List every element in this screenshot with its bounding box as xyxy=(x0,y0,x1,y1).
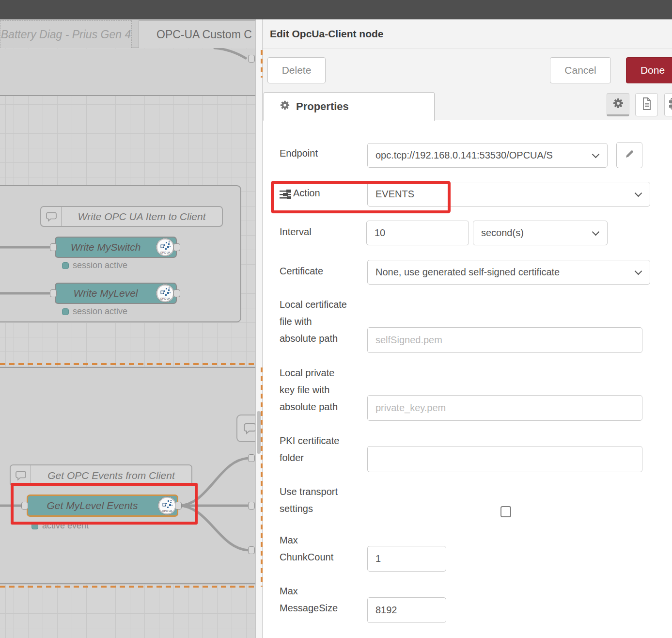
private-key-label-line3: absolute path xyxy=(280,401,338,413)
link-port[interactable] xyxy=(248,454,255,462)
chevron-down-icon xyxy=(635,268,642,275)
interval-input[interactable] xyxy=(366,221,469,245)
workspace-tab-opcua-custom[interactable]: OPC-UA Custom C xyxy=(139,20,255,48)
private-key-input[interactable] xyxy=(367,395,642,421)
gear-icon xyxy=(612,97,624,111)
endpoint-label: Endpoint xyxy=(280,148,318,159)
document-icon xyxy=(641,97,652,112)
transport-label-line1: Use transport xyxy=(280,486,338,497)
local-cert-input[interactable] xyxy=(367,327,642,353)
output-port[interactable] xyxy=(173,243,180,251)
node-status: session active xyxy=(62,306,127,317)
app-header-bar xyxy=(0,0,672,19)
status-dot-icon xyxy=(62,308,69,315)
max-chunk-label-line2: ChunkCount xyxy=(280,552,333,563)
comment-node-write-opc[interactable]: Write OPC UA Item to Client xyxy=(40,206,223,227)
edit-properties-icon-button[interactable] xyxy=(607,93,629,116)
gear-icon xyxy=(280,100,290,113)
node-status: session active xyxy=(62,260,127,271)
node-appearance-icon xyxy=(669,97,672,112)
interval-unit-select[interactable]: second(s) xyxy=(473,221,608,245)
endpoint-select[interactable]: opc.tcp://192.168.0.141:53530/OPCUA/S xyxy=(367,143,608,168)
link-port[interactable] xyxy=(248,546,255,554)
input-port[interactable] xyxy=(50,243,57,251)
speech-bubble-icon xyxy=(237,415,255,441)
speech-bubble-icon xyxy=(41,207,62,226)
interval-label: Interval xyxy=(280,226,312,238)
workspace-tab-bar: Battery Diag - Prius Gen 4 OPC-UA Custom… xyxy=(0,19,255,48)
private-key-label-line2: key file with xyxy=(280,384,329,396)
done-button[interactable]: Done xyxy=(626,57,672,83)
certificate-select[interactable]: None, use generated self-signed certific… xyxy=(367,260,650,285)
link-port[interactable] xyxy=(248,55,255,63)
workspace-tab-battery-diag[interactable]: Battery Diag - Prius Gen 4 xyxy=(0,20,132,48)
input-port[interactable] xyxy=(50,289,57,297)
node-red-app: Write OPC UA Item to Client Write MySwit… xyxy=(0,0,672,638)
opcua-badge-icon: OPC UA xyxy=(156,238,174,256)
pki-label-line1: PKI certificate xyxy=(280,435,339,447)
output-port[interactable] xyxy=(173,289,180,297)
local-cert-label-line3: absolute path xyxy=(280,333,338,344)
edit-description-icon-button[interactable] xyxy=(635,93,658,116)
canvas-scroll-strip xyxy=(255,19,262,638)
comment-label: Write OPC UA Item to Client xyxy=(62,207,222,226)
pki-label-line2: folder xyxy=(280,452,304,463)
node-label: Write MyLevel xyxy=(73,287,158,299)
cancel-button[interactable]: Cancel xyxy=(550,57,611,83)
comment-label: Get OPC Events from Client xyxy=(31,465,191,485)
selected-group-dashed-border-bottom xyxy=(0,586,255,588)
chevron-down-icon xyxy=(592,228,600,236)
certificate-label: Certificate xyxy=(280,266,323,277)
delete-button[interactable]: Delete xyxy=(267,57,326,83)
svg-text:OPC UA: OPC UA xyxy=(160,297,170,300)
pencil-icon xyxy=(625,149,634,161)
tab-properties[interactable]: Properties xyxy=(264,92,435,121)
edit-tray: Edit OpcUa-Client node Delete Cancel Don… xyxy=(262,19,672,638)
annotation-box-action xyxy=(271,181,451,213)
transport-settings-checkbox[interactable] xyxy=(500,506,511,517)
selected-group-dashed-border-right xyxy=(261,367,263,587)
max-msg-label-line1: Max xyxy=(280,586,298,597)
speech-bubble-icon xyxy=(11,465,31,485)
transport-label-line2: settings xyxy=(280,503,313,514)
chevron-down-icon xyxy=(635,190,642,197)
flow-canvas[interactable]: Write OPC UA Item to Client Write MySwit… xyxy=(0,19,255,638)
flow-wires xyxy=(0,19,255,638)
local-cert-label-line2: file with xyxy=(280,316,312,327)
comment-node-partial[interactable] xyxy=(236,415,255,442)
vertical-scrollbar[interactable] xyxy=(257,411,261,454)
max-msg-label-line2: MessageSize xyxy=(280,603,338,614)
private-key-label-line1: Local private xyxy=(280,367,334,379)
opcua-badge-icon: OPC UA xyxy=(156,284,174,303)
local-cert-label-line1: Local certificate xyxy=(280,299,347,310)
edit-endpoint-button[interactable] xyxy=(616,142,642,168)
selected-group-dashed-border-top xyxy=(0,363,255,365)
node-label: Write MySwitch xyxy=(71,241,161,253)
status-dot-icon xyxy=(62,262,69,269)
selected-group-dashed-border-right xyxy=(261,50,263,78)
node-appearance-icon-button[interactable] xyxy=(664,93,672,116)
pki-folder-input[interactable] xyxy=(367,446,642,472)
divider xyxy=(263,48,672,48)
annotation-box-node xyxy=(11,483,198,525)
link-port[interactable] xyxy=(248,502,255,510)
max-chunkcount-input[interactable] xyxy=(367,546,446,572)
tray-title: Edit OpcUa-Client node xyxy=(270,28,384,40)
svg-text:OPC UA: OPC UA xyxy=(160,251,170,254)
chevron-down-icon xyxy=(592,151,600,159)
max-chunk-label-line1: Max xyxy=(280,535,298,546)
max-messagesize-input[interactable] xyxy=(367,597,446,623)
